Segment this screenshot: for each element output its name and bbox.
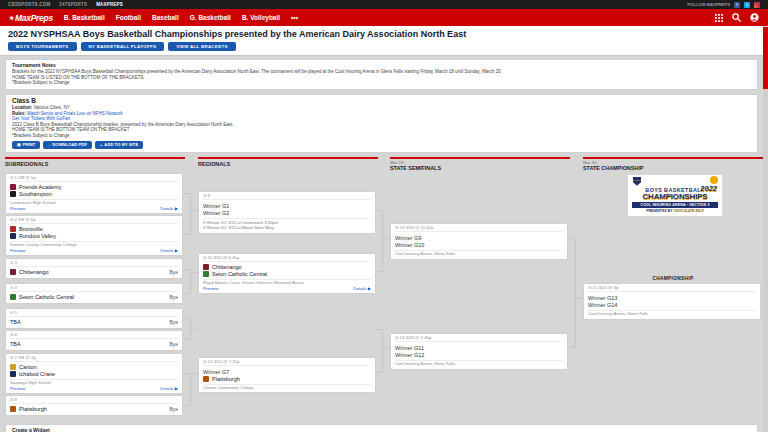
details-link[interactable]: Details ▶ <box>160 249 178 254</box>
preview-link[interactable]: Preview <box>10 207 25 212</box>
vertical-scrollbar[interactable] <box>763 26 768 432</box>
team-logo <box>10 294 16 300</box>
winner-slot: Winner G14 <box>588 301 756 309</box>
class-b-change-note: *Brackets Subject to Change <box>12 133 751 139</box>
utility-bar: CBSSPORTS.COM 247SPORTS MAXPREPS FOLLOW … <box>0 0 768 9</box>
winner-slot: Winner G12 <box>395 351 563 359</box>
winner-slot: Winner G10 <box>395 241 563 249</box>
game-venue: Clinton Community College <box>203 384 371 391</box>
team-row: TBABye <box>10 319 178 326</box>
team-name[interactable]: Seton Catholic Central <box>19 294 74 300</box>
preview-link[interactable]: Preview <box>10 249 25 254</box>
game-header: G 9 <box>203 194 371 201</box>
link-maxpreps[interactable]: MAXPREPS <box>96 2 123 7</box>
game-header: G 12 3/12 @ 7:15p <box>203 360 371 367</box>
tournament-notes-card: Tournament Notes Brackets for the 2022 N… <box>5 59 758 90</box>
preview-link[interactable]: Preview <box>10 387 25 392</box>
details-link[interactable]: Details ▶ <box>160 387 178 392</box>
team-name[interactable]: Canton <box>19 364 37 370</box>
nav-item-football[interactable]: Football <box>116 14 141 21</box>
column-title: REGIONALS <box>198 161 378 167</box>
team-row[interactable]: ChittenangoBye <box>10 269 178 276</box>
team-row[interactable]: Friends Academy <box>10 184 178 191</box>
team-row[interactable]: Southampton <box>10 191 178 198</box>
winner-slot: Winner G1 <box>203 202 371 210</box>
game-venue: Sullivan County Community College <box>10 241 178 248</box>
apps-grid-icon[interactable] <box>715 14 723 22</box>
team-name[interactable]: Chittenango <box>212 264 242 270</box>
create-widget-card: Create a Widget You can add this bracket… <box>5 424 758 432</box>
team-row[interactable]: Chittenango <box>203 264 371 271</box>
game-note: If Winner G2: 3/12 at Mount Saint Mary <box>203 225 371 230</box>
facebook-icon[interactable] <box>734 2 740 8</box>
team-name[interactable]: Southampton <box>19 191 52 197</box>
print-button[interactable]: PRINT <box>12 141 40 149</box>
search-icon[interactable] <box>732 13 741 22</box>
team-name[interactable]: Plattsburgh <box>19 406 47 412</box>
twitter-icon[interactable] <box>744 2 750 8</box>
maxpreps-logo[interactable]: MaxPreps <box>9 13 53 23</box>
nav-more-menu[interactable]: ••• <box>291 14 298 21</box>
ny-basketball-playoffs-button[interactable]: NY BASKETBALL PLAYOFFS <box>81 42 165 51</box>
team-name[interactable]: Bronxville <box>19 226 43 232</box>
nav-item-b-volleyball[interactable]: B. Volleyball <box>242 14 280 21</box>
team-logo <box>10 191 16 197</box>
game-box-g9: G 9 Winner G1 Winner G2 If Winner G1: 3/… <box>198 191 376 234</box>
instagram-icon[interactable] <box>754 2 760 8</box>
preview-link[interactable]: Preview <box>203 287 218 292</box>
team-row[interactable]: Seton Catholic CentralBye <box>10 294 178 301</box>
game-box-g5: G 5 TBABye <box>5 308 183 329</box>
team-name[interactable]: Friends Academy <box>19 184 62 190</box>
team-row[interactable]: Seton Catholic Central <box>203 271 371 278</box>
team-row[interactable]: Canton <box>10 364 178 371</box>
download-icon <box>48 142 50 147</box>
rules-label: Rules: <box>12 111 26 116</box>
game-venue: Centereach High School <box>10 199 178 206</box>
team-row[interactable]: Plattsburgh <box>203 375 371 382</box>
team-row[interactable]: Rondout Valley <box>10 233 178 240</box>
view-all-brackets-button[interactable]: VIEW ALL BRACKETS <box>168 42 235 51</box>
nav-item-b-basketball[interactable]: B. Basketball <box>64 14 105 21</box>
gofan-tickets-link[interactable]: Get Your Tickets With GoFan <box>12 116 70 121</box>
main-nav: MaxPreps B. Basketball Football Baseball… <box>0 9 768 26</box>
team-row[interactable]: PlattsburghBye <box>10 406 178 413</box>
add-to-my-site-button[interactable]: ADD TO MY SITE <box>95 141 143 149</box>
scrollbar-thumb[interactable] <box>763 27 768 89</box>
bracket-connector <box>184 269 191 294</box>
game-box-g2: G 2 3/8 @ 6p Bronxville Rondout Valley S… <box>5 215 183 257</box>
nfhs-network-link[interactable]: Watch Semis and Finals Live on NFHS Netw… <box>27 111 122 116</box>
game-box-g14: G 14 3/19 @ 1:45p Winner G11 Winner G12 … <box>390 333 568 370</box>
link-247sports[interactable]: 247SPORTS <box>59 2 87 7</box>
bye-label: Bye <box>169 270 178 276</box>
team-row[interactable]: Ichabod Crane <box>10 371 178 378</box>
column-title: STATE CHAMPIONSHIP <box>583 165 763 171</box>
link-cbssports[interactable]: CBSSPORTS.COM <box>8 2 50 7</box>
nav-item-g-basketball[interactable]: G. Basketball <box>190 14 231 21</box>
bye-label: Bye <box>169 295 178 301</box>
team-name[interactable]: Ichabod Crane <box>19 371 55 377</box>
brand-text: MaxPreps <box>15 13 53 23</box>
team-row[interactable]: Bronxville <box>10 226 178 233</box>
download-pdf-button[interactable]: DOWNLOAD PDF <box>43 141 92 149</box>
details-link[interactable]: Details ▶ <box>353 287 371 292</box>
team-name: TBA <box>10 341 21 347</box>
column-header-state-semifinals: Mar 19 STATE SEMIFINALS <box>390 157 570 172</box>
header-buttons: BOYS TOURNAMENTS NY BASKETBALL PLAYOFFS … <box>8 42 760 51</box>
game-header: G 14 3/19 @ 1:45p <box>395 336 563 343</box>
details-link[interactable]: Details ▶ <box>160 207 178 212</box>
team-name[interactable]: Rondout Valley <box>19 233 56 239</box>
team-name[interactable]: Seton Catholic Central <box>212 271 267 277</box>
winner-slot: Winner G13 <box>588 294 756 302</box>
game-box-g13: G 13 3/19 @ 11:45a Winner G9 Winner G10 … <box>390 223 568 260</box>
boys-tournaments-button[interactable]: BOYS TOURNAMENTS <box>8 42 77 51</box>
profile-icon[interactable] <box>750 13 759 22</box>
team-name[interactable]: Chittenango <box>19 269 49 275</box>
nav-item-baseball[interactable]: Baseball <box>152 14 179 21</box>
location-value: Various Cities, NY <box>34 105 70 110</box>
team-name[interactable]: Plattsburgh <box>212 376 240 382</box>
championship-label: CHAMPIONSHIP <box>583 276 763 281</box>
bracket-connector <box>191 272 198 273</box>
game-header: G 7 3/8 @ 7p <box>10 356 178 363</box>
basketball-icon <box>710 176 718 184</box>
game-header: G 6 <box>10 333 178 340</box>
